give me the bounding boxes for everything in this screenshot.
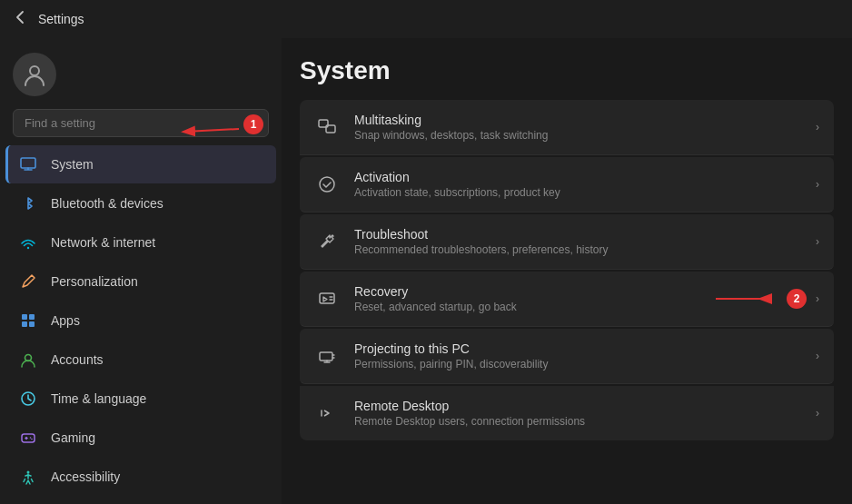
- personalization-label: Personalization: [51, 274, 138, 289]
- setting-item-recovery[interactable]: Recovery Reset, advanced startup, go bac…: [300, 272, 834, 327]
- activation-icon: [314, 172, 340, 197]
- titlebar-title: Settings: [38, 12, 84, 26]
- back-button[interactable]: [13, 10, 27, 28]
- sidebar-item-system[interactable]: System: [5, 145, 276, 183]
- setting-item-remote-desktop[interactable]: Remote Desktop Remote Desktop users, con…: [300, 386, 834, 440]
- system-label: System: [51, 157, 94, 172]
- sidebar-item-accounts[interactable]: Accounts: [5, 341, 276, 379]
- remote-desktop-chevron: ›: [816, 407, 819, 420]
- recovery-text: Recovery Reset, advanced startup, go bac…: [354, 284, 801, 313]
- avatar-area: [0, 38, 282, 105]
- search-container: 1: [0, 105, 282, 144]
- network-label: Network & internet: [51, 235, 155, 250]
- page-title: System: [300, 38, 834, 100]
- troubleshoot-icon: [314, 229, 340, 254]
- multitasking-chevron: ›: [816, 121, 819, 133]
- svg-rect-7: [29, 321, 35, 327]
- main-layout: 1 System: [0, 38, 852, 504]
- sidebar-item-bluetooth[interactable]: Bluetooth & devices: [5, 184, 276, 222]
- accessibility-icon: [18, 467, 38, 487]
- svg-point-16: [320, 177, 334, 192]
- setting-item-multitasking[interactable]: Multitasking Snap windows, desktops, tas…: [300, 100, 834, 155]
- apps-icon: [18, 311, 38, 331]
- avatar: [13, 53, 56, 96]
- sidebar-item-time[interactable]: Time & language: [5, 380, 276, 418]
- troubleshoot-title: Troubleshoot: [354, 227, 801, 242]
- svg-point-3: [27, 247, 29, 249]
- setting-item-projecting[interactable]: Projecting to this PC Permissions, pairi…: [300, 329, 834, 384]
- recovery-chevron: ›: [816, 292, 819, 305]
- accounts-icon: [18, 350, 38, 370]
- bluetooth-icon: [18, 193, 38, 213]
- personalization-icon: [18, 272, 38, 292]
- svg-rect-2: [21, 158, 35, 168]
- projecting-chevron: ›: [816, 350, 819, 362]
- multitasking-subtitle: Snap windows, desktops, task switching: [354, 129, 801, 142]
- projecting-icon: [314, 343, 340, 369]
- accounts-label: Accounts: [51, 352, 104, 367]
- remote-desktop-text: Remote Desktop Remote Desktop users, con…: [354, 399, 801, 428]
- troubleshoot-subtitle: Recommended troubleshooters, preferences…: [354, 243, 801, 256]
- svg-rect-4: [22, 314, 27, 320]
- recovery-title: Recovery: [354, 284, 801, 299]
- sidebar-item-accessibility[interactable]: Accessibility: [5, 458, 276, 496]
- settings-list: Multitasking Snap windows, desktops, tas…: [300, 100, 834, 440]
- sidebar-item-personalization[interactable]: Personalization: [5, 262, 276, 301]
- gaming-icon: [18, 428, 38, 448]
- time-icon: [18, 389, 38, 409]
- apps-label: Apps: [51, 313, 80, 328]
- search-input[interactable]: [13, 109, 269, 137]
- svg-rect-6: [22, 321, 27, 327]
- remote-desktop-subtitle: Remote Desktop users, connection permiss…: [354, 415, 801, 428]
- remote-desktop-icon: [314, 400, 340, 426]
- multitasking-icon: [314, 114, 340, 140]
- setting-item-troubleshoot[interactable]: Troubleshoot Recommended troubleshooters…: [300, 214, 834, 270]
- sidebar-item-apps[interactable]: Apps: [5, 301, 276, 340]
- svg-rect-5: [29, 314, 35, 320]
- sidebar-item-gaming[interactable]: Gaming: [5, 419, 276, 457]
- projecting-title: Projecting to this PC: [354, 341, 801, 356]
- troubleshoot-text: Troubleshoot Recommended troubleshooters…: [354, 227, 801, 256]
- remote-desktop-title: Remote Desktop: [354, 399, 801, 413]
- recovery-icon: [314, 286, 340, 311]
- recovery-subtitle: Reset, advanced startup, go back: [354, 301, 801, 313]
- sidebar-item-network[interactable]: Network & internet: [5, 223, 276, 262]
- svg-point-11: [30, 437, 32, 439]
- time-label: Time & language: [51, 391, 146, 406]
- gaming-label: Gaming: [51, 430, 95, 445]
- system-icon: [18, 154, 38, 174]
- activation-title: Activation: [354, 170, 801, 184]
- sidebar: 1 System: [0, 38, 282, 504]
- svg-point-12: [31, 439, 33, 440]
- svg-point-13: [27, 471, 30, 474]
- activation-text: Activation Activation state, subscriptio…: [354, 170, 801, 199]
- titlebar: Settings: [0, 0, 852, 38]
- projecting-text: Projecting to this PC Permissions, pairi…: [354, 341, 801, 371]
- svg-rect-19: [320, 352, 332, 361]
- activation-subtitle: Activation state, subscriptions, product…: [354, 186, 801, 199]
- multitasking-title: Multitasking: [354, 113, 801, 127]
- network-icon: [18, 232, 38, 252]
- troubleshoot-chevron: ›: [816, 235, 819, 248]
- multitasking-text: Multitasking Snap windows, desktops, tas…: [354, 113, 801, 142]
- accessibility-label: Accessibility: [51, 469, 120, 484]
- svg-rect-10: [22, 434, 35, 442]
- svg-rect-17: [320, 293, 334, 303]
- projecting-subtitle: Permissions, pairing PIN, discoverabilit…: [354, 358, 801, 371]
- bluetooth-label: Bluetooth & devices: [51, 196, 163, 211]
- content-area: System Multitasking Snap windows, deskto…: [282, 38, 852, 504]
- nav-menu: System Bluetooth & devices: [0, 144, 282, 497]
- setting-item-activation[interactable]: Activation Activation state, subscriptio…: [300, 157, 834, 212]
- activation-chevron: ›: [816, 178, 819, 191]
- svg-point-0: [30, 66, 39, 75]
